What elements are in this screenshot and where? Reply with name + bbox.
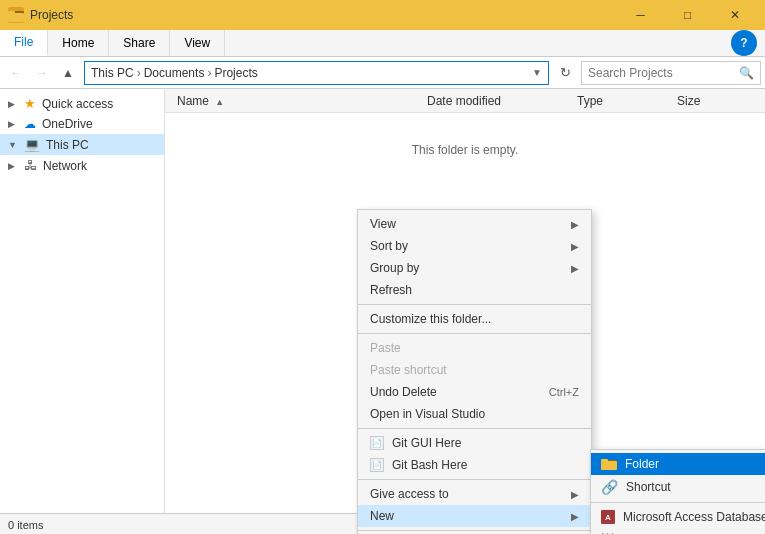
menu-separator (358, 428, 591, 429)
submenu-item-label: Microsoft Access Database (623, 510, 765, 524)
menu-item-paste-shortcut[interactable]: Paste shortcut (358, 359, 591, 381)
forward-button[interactable]: → (30, 61, 54, 85)
refresh-button[interactable]: ↻ (553, 61, 577, 85)
tab-view[interactable]: View (170, 30, 225, 56)
svg-rect-2 (8, 11, 15, 14)
cloud-icon: ☁ (24, 117, 36, 131)
menu-item-label: Open in Visual Studio (370, 407, 485, 421)
menu-item-label: Customize this folder... (370, 312, 491, 326)
menu-item-sortby[interactable]: Sort by ▶ (358, 235, 591, 257)
search-icon: 🔍 (739, 66, 754, 80)
submenu-item-label: Folder (625, 457, 659, 471)
menu-item-customize[interactable]: Customize this folder... (358, 308, 591, 330)
title-bar: Projects ─ □ ✕ (0, 0, 765, 30)
address-path[interactable]: This PC › Documents › Projects ▼ (84, 61, 549, 85)
back-button[interactable]: ← (4, 61, 28, 85)
tab-file[interactable]: File (0, 30, 48, 56)
sort-arrow-icon: ▲ (215, 97, 224, 107)
git-gui-icon: 📄 (370, 436, 384, 450)
chevron-icon: ▶ (8, 161, 18, 171)
sidebar-item-network[interactable]: ▶ 🖧 Network (0, 155, 164, 176)
submenu-item-shortcut[interactable]: 🔗 Shortcut (591, 475, 765, 499)
menu-item-groupby[interactable]: Group by ▶ (358, 257, 591, 279)
menu-separator (358, 479, 591, 480)
menu-item-view[interactable]: View ▶ (358, 213, 591, 235)
menu-item-open-vs[interactable]: Open in Visual Studio (358, 403, 591, 425)
address-bar: ← → ▲ This PC › Documents › Projects ▼ ↻… (0, 57, 765, 89)
submenu-arrow-icon: ▶ (571, 241, 579, 252)
column-headers: Name ▲ Date modified Type Size (165, 89, 765, 113)
sidebar: ▶ ★ Quick access ▶ ☁ OneDrive ▼ 💻 This P… (0, 89, 165, 513)
main-area: ▶ ★ Quick access ▶ ☁ OneDrive ▼ 💻 This P… (0, 89, 765, 513)
submenu-separator (591, 502, 765, 503)
menu-item-git-bash[interactable]: 📄 Git Bash Here (358, 454, 591, 476)
chevron-icon: ▼ (8, 140, 18, 150)
submenu-item-bitmap[interactable]: 🖼 Bitmap image (591, 528, 765, 534)
menu-item-label: New (370, 509, 394, 523)
search-box: 🔍 (581, 61, 761, 85)
submenu-arrow-icon: ▶ (571, 219, 579, 230)
menu-separator (358, 333, 591, 334)
maximize-button[interactable]: □ (665, 0, 710, 30)
svg-rect-1 (8, 13, 24, 22)
title-bar-icon (8, 7, 24, 23)
folder-icon (601, 457, 617, 471)
git-bash-icon: 📄 (370, 458, 384, 472)
submenu-arrow-icon: ▶ (571, 511, 579, 522)
sidebar-item-label: Quick access (42, 97, 113, 111)
menu-item-label: Git GUI Here (392, 436, 461, 450)
col-header-name[interactable]: Name ▲ (173, 94, 423, 108)
menu-item-undo-delete[interactable]: Undo Delete Ctrl+Z (358, 381, 591, 403)
menu-item-new[interactable]: New ▶ (358, 505, 591, 527)
menu-item-refresh[interactable]: Refresh (358, 279, 591, 301)
network-icon: 🖧 (24, 158, 37, 173)
submenu-arrow-icon: ▶ (571, 263, 579, 274)
empty-folder-message: This folder is empty. (165, 123, 765, 177)
help-button[interactable]: ? (731, 30, 757, 56)
menu-item-paste[interactable]: Paste (358, 337, 591, 359)
submenu-item-access-db[interactable]: A Microsoft Access Database (591, 506, 765, 528)
menu-item-label: Paste (370, 341, 401, 355)
shortcut-label: Ctrl+Z (549, 386, 579, 398)
chevron-icon: ▶ (8, 99, 18, 109)
sidebar-item-onedrive[interactable]: ▶ ☁ OneDrive (0, 114, 164, 134)
menu-item-give-access[interactable]: Give access to ▶ (358, 483, 591, 505)
menu-item-label: Git Bash Here (392, 458, 467, 472)
menu-item-label: Group by (370, 261, 419, 275)
sidebar-item-label: Network (43, 159, 87, 173)
sidebar-item-thispc[interactable]: ▼ 💻 This PC (0, 134, 164, 155)
tab-share[interactable]: Share (109, 30, 170, 56)
close-button[interactable]: ✕ (712, 0, 757, 30)
search-input[interactable] (588, 66, 739, 80)
sidebar-item-label: This PC (46, 138, 89, 152)
minimize-button[interactable]: ─ (618, 0, 663, 30)
breadcrumb-projects: Projects (214, 66, 257, 80)
svg-rect-4 (601, 461, 617, 470)
up-button[interactable]: ▲ (56, 61, 80, 85)
sidebar-item-quickaccess[interactable]: ▶ ★ Quick access (0, 93, 164, 114)
access-icon: A (601, 510, 615, 524)
ribbon: File Home Share View ? (0, 30, 765, 57)
chevron-icon: ▶ (8, 119, 18, 129)
col-header-date[interactable]: Date modified (423, 94, 573, 108)
content-area[interactable]: Name ▲ Date modified Type Size This fold… (165, 89, 765, 513)
col-header-size[interactable]: Size (673, 94, 757, 108)
items-count: 0 items (8, 519, 43, 531)
breadcrumb-documents: Documents (144, 66, 205, 80)
menu-item-label: Paste shortcut (370, 363, 447, 377)
menu-separator (358, 304, 591, 305)
breadcrumb-pc: This PC (91, 66, 134, 80)
star-icon: ★ (24, 96, 36, 111)
menu-item-git-gui[interactable]: 📄 Git GUI Here (358, 432, 591, 454)
menu-item-label: Refresh (370, 283, 412, 297)
context-menu: View ▶ Sort by ▶ Group by ▶ Refresh Cust… (357, 209, 592, 534)
tab-home[interactable]: Home (48, 30, 109, 56)
submenu-item-label: Shortcut (626, 480, 671, 494)
new-submenu: Folder 🔗 Shortcut A Microsoft Access Dat… (590, 449, 765, 534)
col-header-type[interactable]: Type (573, 94, 673, 108)
svg-rect-5 (601, 459, 608, 462)
title-bar-title: Projects (30, 8, 73, 22)
submenu-item-folder[interactable]: Folder (591, 453, 765, 475)
submenu-arrow-icon: ▶ (571, 489, 579, 500)
menu-item-label: Undo Delete (370, 385, 437, 399)
